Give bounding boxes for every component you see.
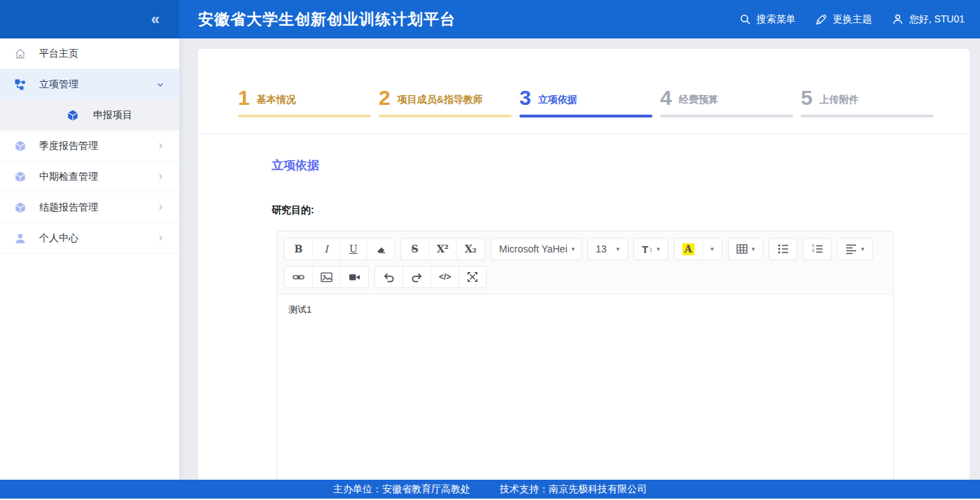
underline-button[interactable]: U bbox=[340, 238, 367, 259]
font-family-group: Microsoft YaHei ▾ bbox=[491, 238, 582, 260]
cube-icon bbox=[66, 109, 79, 122]
sidebar-item-quarterly-reports[interactable]: 季度报告管理 bbox=[0, 131, 179, 162]
insert-video-button[interactable] bbox=[340, 266, 368, 287]
editor-content-area[interactable]: 测试1 bbox=[277, 294, 893, 480]
font-color-button[interactable]: A bbox=[675, 238, 702, 259]
app-window: « 安徽省大学生创新创业训练计划平台 搜索菜单 bbox=[0, 0, 980, 500]
font-style-group: B I U bbox=[284, 238, 395, 260]
unordered-list-button[interactable] bbox=[769, 238, 797, 259]
search-icon bbox=[739, 13, 752, 26]
step-label: 经费预算 bbox=[679, 94, 718, 108]
font-size-dropdown[interactable]: 13 ▾ bbox=[588, 238, 627, 259]
sidebar-item-platform-home[interactable]: 平台主页 bbox=[0, 38, 179, 69]
step-underline bbox=[379, 115, 512, 117]
sidebar-collapse-icon[interactable]: « bbox=[151, 12, 160, 27]
sidebar-item-declare-project[interactable]: 申报项目 bbox=[0, 100, 179, 131]
change-theme-button[interactable]: 更换主题 bbox=[816, 13, 872, 26]
paragraph-style-dropdown[interactable]: T ↕ ▾ bbox=[634, 238, 668, 259]
step-number: 4 bbox=[660, 88, 672, 108]
paragraph-style-group: T ↕ ▾ bbox=[634, 238, 668, 260]
redo-button[interactable] bbox=[402, 266, 430, 287]
step-label: 项目成员&指导教师 bbox=[398, 94, 483, 108]
insert-link-button[interactable] bbox=[285, 266, 312, 287]
undo-icon bbox=[383, 271, 395, 283]
table-icon bbox=[736, 243, 748, 255]
sidebar-item-label: 立项管理 bbox=[39, 78, 78, 91]
chevron-right-icon bbox=[156, 234, 165, 243]
step-wizard: 1 基本情况 2 项目成员&指导教师 3 立项依据 bbox=[198, 49, 969, 134]
step-underline bbox=[519, 115, 652, 117]
undo-button[interactable] bbox=[375, 266, 402, 287]
subscript-button[interactable]: X₂ bbox=[456, 238, 484, 259]
sidebar-item-label: 结题报告管理 bbox=[39, 201, 98, 214]
sidebar-nav: 平台主页 立项管理 bbox=[0, 38, 179, 480]
insert-picture-button[interactable] bbox=[312, 266, 340, 287]
ordered-list-button[interactable]: 1 2 bbox=[804, 238, 831, 259]
ul-group bbox=[769, 238, 797, 260]
step-budget[interactable]: 4 经费预算 bbox=[660, 88, 793, 134]
superscript-button[interactable]: X² bbox=[428, 238, 456, 259]
align-group: ▾ bbox=[837, 238, 873, 260]
chevron-right-icon bbox=[156, 203, 165, 212]
step-label: 基本情况 bbox=[257, 94, 296, 108]
step-project-basis[interactable]: 3 立项依据 bbox=[519, 88, 652, 134]
sidebar-item-personal-center[interactable]: 个人中心 bbox=[0, 223, 179, 254]
caret-down-icon: ▾ bbox=[861, 245, 864, 252]
main-content: 1 基本情况 2 项目成员&指导教师 3 立项依据 bbox=[179, 38, 980, 480]
toolbar-row-1: B I U S bbox=[284, 238, 886, 260]
sidebar-item-label: 申报项目 bbox=[93, 109, 132, 122]
chevron-right-icon bbox=[156, 172, 165, 181]
cube-icon bbox=[14, 201, 27, 214]
caret-down-icon: ▾ bbox=[657, 245, 660, 252]
font-family-dropdown[interactable]: Microsoft YaHei ▾ bbox=[491, 238, 581, 259]
richtext-editor: B I U S bbox=[276, 231, 894, 480]
insert-table-dropdown[interactable]: ▾ bbox=[729, 238, 763, 259]
header-actions: 搜索菜单 更换主题 bbox=[739, 13, 980, 26]
cube-icon bbox=[14, 140, 27, 152]
step-number: 5 bbox=[801, 88, 813, 108]
step-underline bbox=[660, 115, 793, 117]
step-members-teachers[interactable]: 2 项目成员&指导教师 bbox=[379, 88, 512, 134]
step-underline bbox=[801, 115, 934, 117]
step-label: 立项依据 bbox=[538, 94, 578, 108]
view-group: </> bbox=[374, 266, 486, 288]
user-menu-button[interactable]: 您好, STU01 bbox=[892, 13, 965, 26]
paragraph-icon bbox=[846, 243, 857, 255]
header-main: 安徽省大学生创新创业训练计划平台 搜索菜单 bbox=[179, 0, 980, 38]
toolbar-row-2: </> bbox=[284, 266, 886, 288]
bold-button[interactable]: B bbox=[285, 238, 312, 259]
section-title: 立项依据 bbox=[272, 157, 969, 173]
font-color-dropdown[interactable]: ▾ bbox=[702, 238, 722, 259]
redo-icon bbox=[411, 271, 423, 283]
paragraph-align-dropdown[interactable]: ▾ bbox=[838, 238, 872, 259]
sidebar-item-midterm-check[interactable]: 中期检查管理 bbox=[0, 162, 179, 192]
fullscreen-button[interactable] bbox=[458, 266, 486, 287]
italic-button[interactable]: I bbox=[312, 238, 340, 259]
caret-down-icon: ▾ bbox=[616, 245, 620, 252]
step-upload-attachments[interactable]: 5 上传附件 bbox=[801, 88, 934, 134]
theme-brush-icon bbox=[816, 13, 828, 26]
sidebar-item-project-management[interactable]: 立项管理 bbox=[0, 69, 179, 100]
page-title: 安徽省大学生创新创业训练计划平台 bbox=[198, 9, 456, 30]
form-section: 立项依据 研究目的: B I U bbox=[198, 134, 969, 480]
research-purpose-label: 研究目的: bbox=[272, 204, 969, 217]
search-menu-button[interactable]: 搜索菜单 bbox=[739, 13, 796, 26]
table-group: ▾ bbox=[728, 238, 764, 260]
user-greeting-label: 您好, STU01 bbox=[909, 13, 965, 26]
step-number: 2 bbox=[379, 88, 391, 108]
chevron-down-icon bbox=[155, 80, 165, 90]
clear-format-button[interactable] bbox=[367, 238, 394, 259]
script-group: S X² X₂ bbox=[400, 238, 485, 260]
step-basic-info[interactable]: 1 基本情况 bbox=[238, 88, 371, 134]
strikethrough-button[interactable]: S bbox=[401, 238, 428, 259]
code-view-button[interactable]: </> bbox=[430, 266, 458, 287]
change-theme-label: 更换主题 bbox=[833, 13, 872, 26]
style-arrows-icon: ↕ bbox=[649, 245, 652, 253]
person-icon bbox=[14, 232, 27, 245]
sidebar-item-final-reports[interactable]: 结题报告管理 bbox=[0, 192, 179, 223]
link-icon bbox=[293, 271, 304, 283]
sidebar-item-label: 季度报告管理 bbox=[39, 140, 98, 152]
video-icon bbox=[349, 271, 360, 283]
svg-text:1: 1 bbox=[812, 243, 815, 248]
step-number: 1 bbox=[238, 88, 250, 108]
